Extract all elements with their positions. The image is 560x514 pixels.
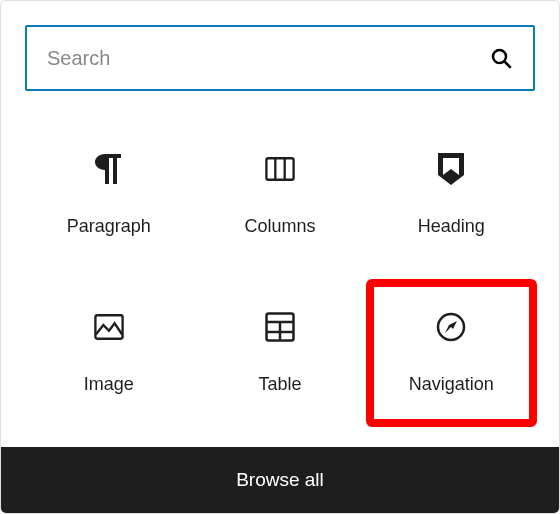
- block-image[interactable]: Image: [23, 279, 194, 427]
- search-icon: [489, 46, 513, 70]
- block-columns[interactable]: Columns: [194, 121, 365, 269]
- block-label: Heading: [418, 216, 485, 237]
- search-input[interactable]: [47, 47, 489, 70]
- search-box[interactable]: [25, 25, 535, 91]
- block-label: Navigation: [409, 374, 494, 395]
- columns-icon: [265, 154, 295, 184]
- block-table[interactable]: Table: [194, 279, 365, 427]
- svg-rect-2: [266, 158, 293, 180]
- heading-icon: [436, 154, 466, 184]
- block-heading[interactable]: Heading: [366, 121, 537, 269]
- block-label: Paragraph: [67, 216, 151, 237]
- block-label: Image: [84, 374, 134, 395]
- block-grid: Paragraph Columns Heading: [1, 91, 559, 447]
- svg-line-1: [505, 62, 510, 67]
- block-label: Columns: [244, 216, 315, 237]
- block-navigation[interactable]: Navigation: [366, 279, 537, 427]
- paragraph-icon: [94, 154, 124, 184]
- block-label: Table: [258, 374, 301, 395]
- block-paragraph[interactable]: Paragraph: [23, 121, 194, 269]
- svg-point-0: [493, 50, 506, 63]
- navigation-icon: [436, 312, 466, 342]
- table-icon: [265, 312, 295, 342]
- browse-all-button[interactable]: Browse all: [1, 447, 559, 513]
- browse-all-label: Browse all: [236, 469, 324, 491]
- image-icon: [94, 312, 124, 342]
- search-container: [1, 1, 559, 91]
- block-inserter-panel: Paragraph Columns Heading: [0, 0, 560, 514]
